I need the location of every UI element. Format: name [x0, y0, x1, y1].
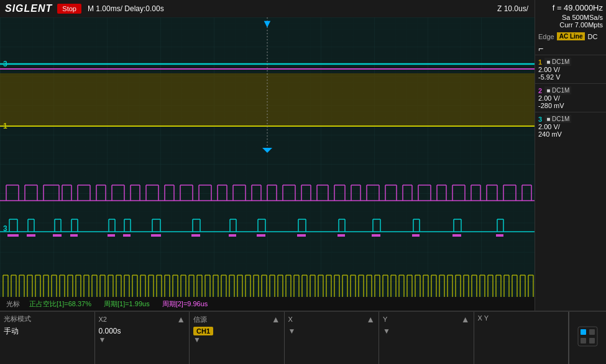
svg-rect-374: [581, 338, 586, 344]
y-cell: Y ▲ ▼: [379, 312, 474, 364]
source-down-arrow[interactable]: ▼: [193, 335, 280, 344]
svg-rect-166: [452, 234, 461, 237]
timebase-info: M 1.00ms/ Delay:0.00s: [88, 4, 497, 13]
cursor-mode-cell: 光标模式 手动: [0, 312, 95, 364]
source-ch1-badge: CH1: [193, 327, 213, 335]
svg-rect-163: [337, 234, 345, 237]
sample-rate: Sa 500MSa/s: [535, 14, 606, 21]
ch1-coupling: ■ DC1M: [544, 58, 571, 66]
measurement2: 周期[1]=1.99us: [104, 299, 150, 309]
x-label: X: [288, 316, 293, 323]
xy-cell: X Y: [474, 312, 569, 364]
measurement1: 正占空比[1]=68.37%: [29, 299, 91, 309]
svg-rect-154: [53, 234, 62, 237]
svg-text:3: 3: [3, 60, 7, 68]
cursor-mode-value: 手动: [4, 326, 91, 337]
ch1-voltage: 2.00 V/: [538, 66, 603, 73]
ch2-coupling: ■ DC1M: [544, 86, 571, 94]
ch3-coupling: ■ DC1M: [544, 115, 571, 123]
svg-rect-375: [589, 338, 595, 344]
siglent-logo: SIGLENT: [0, 3, 57, 14]
curr-points: Curr 7.00Mpts: [535, 21, 606, 30]
svg-rect-161: [257, 234, 265, 237]
svg-text:3: 3: [3, 224, 7, 233]
x2-label: X2: [99, 316, 107, 323]
source-up-arrow[interactable]: ▲: [272, 314, 280, 324]
cursor-mode-label: 光标模式: [4, 314, 31, 324]
svg-rect-157: [123, 234, 131, 237]
channel2-info: 2 ■ DC1M 2.00 V/ -280 mV: [535, 83, 606, 112]
source-cell: 信源 ▲ CH1 ▼: [190, 312, 285, 364]
svg-rect-5: [0, 73, 535, 126]
svg-rect-162: [297, 234, 306, 237]
source-label: 信源: [193, 315, 207, 324]
y-up-arrow[interactable]: ▲: [461, 314, 470, 324]
svg-rect-373: [589, 329, 595, 335]
svg-rect-158: [151, 234, 161, 237]
scope-screen: ▼: [0, 17, 535, 311]
svg-rect-153: [27, 234, 35, 237]
ac-line-badge[interactable]: AC Line: [557, 32, 585, 40]
trigger-arrow-top: ▼: [262, 17, 273, 30]
svg-rect-165: [412, 234, 420, 237]
trigger-slope-icon: ⌐: [535, 42, 606, 55]
x2-down-arrow[interactable]: ▼: [99, 335, 186, 344]
x-down-arrow[interactable]: ▼: [288, 327, 375, 335]
bottom-bar: 光标模式 手动 X2 ▲ 0.000s ▼ 信源 ▲ CH1 ▼ X ▲ ▼: [0, 311, 606, 364]
ch1-offset: -5.92 V: [538, 73, 603, 81]
channel1-info: 1 ■ DC1M 2.00 V/ -5.92 V: [535, 55, 606, 83]
svg-rect-167: [496, 234, 503, 237]
svg-rect-159: [191, 234, 200, 237]
io-icon-cell[interactable]: [569, 312, 606, 364]
ch1-number: 1: [538, 58, 542, 66]
right-panel: f = 49.0000Hz Sa 500MSa/s Curr 7.00Mpts …: [535, 0, 606, 311]
zoom-info: Z 10.0us/: [497, 4, 528, 13]
svg-rect-152: [7, 234, 19, 237]
svg-rect-155: [70, 234, 78, 237]
ch2-voltage: 2.00 V/: [538, 94, 603, 102]
x2-value: 0.000s: [99, 327, 186, 335]
cursor-label: 光标: [6, 299, 20, 309]
ch2-offset: -280 mV: [538, 102, 603, 109]
x-cell: X ▲ ▼: [285, 312, 380, 364]
x-up-arrow[interactable]: ▲: [366, 314, 375, 324]
ch3-offset: 240 mV: [538, 130, 603, 138]
measurement3: 周期[2]=9.96us: [162, 299, 208, 309]
y-down-arrow[interactable]: ▼: [383, 327, 470, 335]
ch3-voltage: 2.00 V/: [538, 123, 603, 130]
svg-rect-156: [108, 234, 115, 237]
status-bar: 光标 正占空比[1]=68.37% 周期[1]=1.99us 周期[2]=9.9…: [0, 297, 535, 311]
edge-label: Edge: [538, 33, 554, 40]
xy-label: X Y: [478, 314, 489, 322]
x2-up-arrow[interactable]: ▲: [177, 314, 185, 324]
io-icon: [577, 325, 599, 351]
waveform-svg: 3 1 3 1: [0, 17, 535, 311]
trigger-section: Edge AC Line DC: [535, 30, 606, 42]
dc-label: DC: [587, 33, 597, 40]
svg-rect-160: [229, 234, 236, 237]
svg-rect-164: [372, 234, 380, 237]
svg-rect-372: [581, 329, 586, 335]
top-bar: SIGLENT Stop M 1.00ms/ Delay:0.00s Z 10.…: [0, 0, 535, 17]
svg-text:1: 1: [3, 122, 7, 130]
channel3-info: 3 ■ DC1M 2.00 V/ 240 mV: [535, 112, 606, 140]
ch3-number: 3: [538, 116, 542, 123]
stop-button[interactable]: Stop: [57, 4, 81, 14]
y-label: Y: [383, 316, 387, 323]
ch2-number: 2: [538, 87, 542, 94]
freq-display: f = 49.0000Hz: [535, 0, 606, 14]
x2-cell: X2 ▲ 0.000s ▼: [95, 312, 190, 364]
